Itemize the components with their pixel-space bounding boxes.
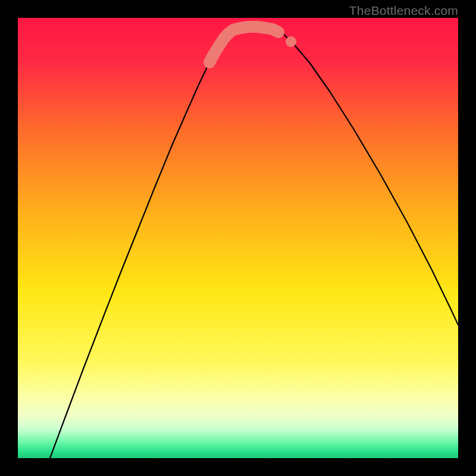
watermark-text: TheBottleneck.com [349,4,458,18]
chart-frame: TheBottleneck.com [0,0,476,476]
plot-area [18,18,458,458]
curve-right-curve [280,31,458,325]
curve-layer [18,18,458,458]
marker-salmon-marker-left [209,30,233,62]
marker-salmon-marker-bottom [233,27,278,32]
curve-left-curve [50,33,226,458]
marker-salmon-marker-right-dot [286,36,296,47]
